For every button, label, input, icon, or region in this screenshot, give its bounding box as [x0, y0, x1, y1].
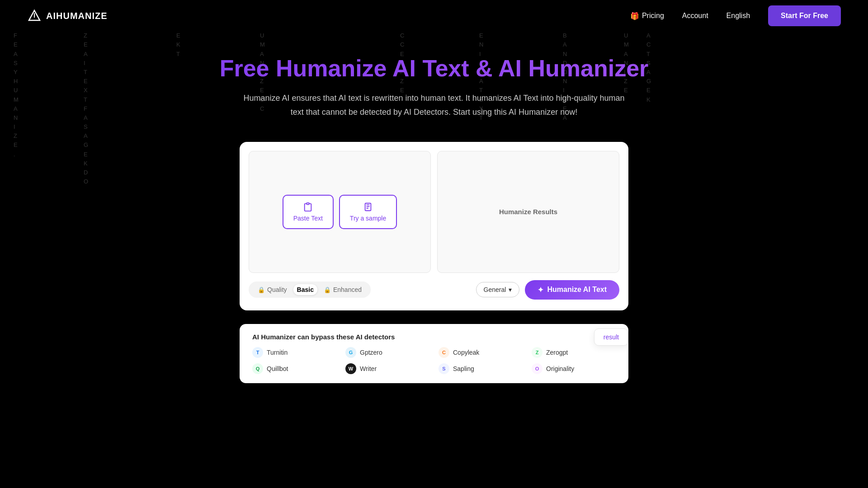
general-dropdown[interactable]: General ▾: [476, 282, 520, 297]
result-tooltip: result: [594, 328, 628, 346]
main-editor-card: Paste Text Try a sample Humanize Results: [240, 142, 628, 310]
gptzero-badge: G: [345, 347, 356, 358]
hero-section: Free Humanize AI Text & AI Humanizer Hum…: [0, 32, 868, 128]
detector-turnitin: T Turnitin: [252, 347, 336, 358]
svg-rect-2: [307, 202, 310, 204]
turnitin-label: Turnitin: [267, 349, 288, 356]
gptzero-label: Gptzero: [360, 349, 382, 356]
enhanced-option[interactable]: 🔒 Enhanced: [320, 284, 365, 295]
detectors-card: AI Humanizer can bypass these AI detecto…: [240, 324, 628, 383]
writer-label: Writer: [360, 365, 377, 372]
sample-icon: [363, 202, 373, 212]
detectors-title: AI Humanizer can bypass these AI detecto…: [252, 333, 616, 341]
chevron-down-icon: ▾: [509, 286, 512, 293]
copyleak-badge: C: [439, 347, 449, 358]
originality-badge: O: [532, 363, 542, 374]
logo-text: AIHUMANIZE: [46, 11, 108, 21]
writer-badge: W: [345, 363, 356, 374]
sapling-badge: S: [439, 363, 449, 374]
copyleak-label: Copyleak: [453, 349, 479, 356]
output-placeholder: Humanize Results: [499, 208, 557, 216]
originality-label: Originality: [546, 365, 574, 372]
hero-title: Free Humanize AI Text & AI Humanizer: [9, 54, 859, 82]
quillbot-badge: Q: [252, 363, 263, 374]
quillbot-label: Quillbot: [267, 365, 288, 372]
output-panel: Humanize Results: [437, 151, 619, 273]
quality-group: 🔒 Quality Basic 🔒 Enhanced: [249, 282, 371, 298]
toolbar-right: General ▾ ✦ Humanize AI Text: [476, 280, 619, 300]
detector-sapling: S Sapling: [439, 363, 523, 374]
logo-icon: [27, 9, 42, 23]
quality-option[interactable]: 🔒 Quality: [254, 284, 291, 295]
sapling-label: Sapling: [453, 365, 474, 372]
input-panel[interactable]: Paste Text Try a sample: [249, 151, 431, 273]
start-for-free-button[interactable]: Start For Free: [768, 5, 841, 26]
turnitin-badge: T: [252, 347, 263, 358]
zerogpt-badge: Z: [532, 347, 542, 358]
toolbar: 🔒 Quality Basic 🔒 Enhanced General ▾ ✦ H…: [249, 280, 619, 300]
detector-quillbot: Q Quillbot: [252, 363, 336, 374]
detector-copyleak: C Copyleak: [439, 347, 523, 358]
pricing-emoji: 🎁: [630, 12, 639, 20]
detector-grid: T Turnitin G Gptzero C Copyleak Z Zerogp…: [252, 347, 616, 374]
humanize-star-icon: ✦: [538, 286, 543, 294]
basic-option[interactable]: Basic: [293, 284, 317, 295]
zerogpt-label: Zerogpt: [546, 349, 568, 356]
lock-icon: 🔒: [258, 286, 265, 293]
detector-originality: O Originality: [532, 363, 616, 374]
paste-text-button[interactable]: Paste Text: [283, 195, 334, 229]
hero-description: Humanize AI ensures that AI text is rewr…: [240, 91, 628, 119]
navbar: AIHUMANIZE 🎁 Pricing Account English Sta…: [0, 0, 868, 32]
editor-area: Paste Text Try a sample Humanize Results: [249, 151, 619, 273]
clipboard-icon: [303, 202, 313, 212]
pricing-link[interactable]: 🎁 Pricing: [630, 12, 664, 20]
logo[interactable]: AIHUMANIZE: [27, 9, 108, 23]
detector-writer: W Writer: [345, 363, 429, 374]
input-buttons: Paste Text Try a sample: [283, 195, 397, 229]
nav-links: 🎁 Pricing Account English Start For Free: [630, 5, 841, 26]
humanize-button[interactable]: ✦ Humanize AI Text: [525, 280, 619, 300]
language-selector[interactable]: English: [726, 12, 750, 20]
detector-gptzero: G Gptzero: [345, 347, 429, 358]
detector-zerogpt: Z Zerogpt: [532, 347, 616, 358]
try-sample-button[interactable]: Try a sample: [339, 195, 397, 229]
enhanced-lock-icon: 🔒: [324, 286, 331, 293]
account-link[interactable]: Account: [682, 12, 708, 20]
